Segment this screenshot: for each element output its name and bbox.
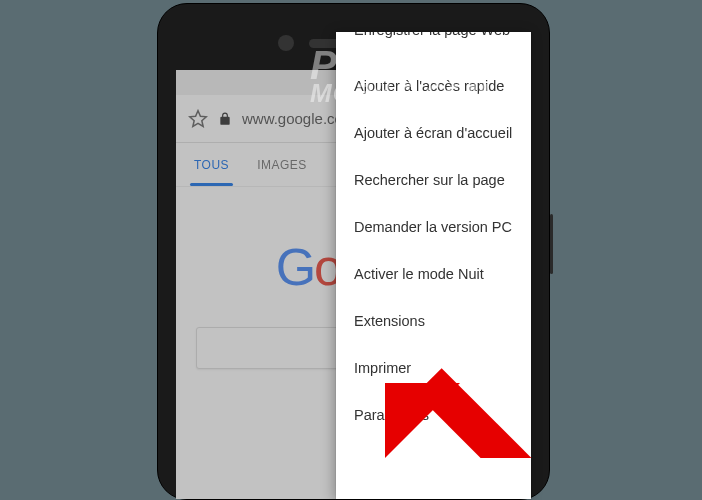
menu-item-settings[interactable]: Paramètres — [336, 391, 531, 438]
menu-item-add-quick-access[interactable]: Ajouter à l'accès rapide — [336, 62, 531, 109]
menu-item-find-in-page[interactable]: Rechercher sur la page — [336, 156, 531, 203]
menu-item-desktop-site[interactable]: Demander la version PC — [336, 203, 531, 250]
tab-images[interactable]: IMAGES — [243, 143, 321, 186]
menu-item-add-homescreen[interactable]: Ajouter à écran d'accueil — [336, 109, 531, 156]
menu-item-night-mode[interactable]: Activer le mode Nuit — [336, 250, 531, 297]
menu-item-print[interactable]: Imprimer — [336, 344, 531, 391]
tab-all[interactable]: TOUS — [180, 143, 243, 186]
lock-icon — [218, 112, 232, 126]
overflow-menu: Enregistrer la page Web Ajouter à l'accè… — [336, 32, 531, 499]
menu-item-save-page[interactable]: Enregistrer la page Web — [336, 32, 531, 62]
phone-side-button — [550, 214, 553, 274]
phone-camera — [278, 35, 294, 51]
phone-frame: 8:00 www.google.com TOUS IMAGES Google E… — [157, 3, 550, 500]
bookmark-star-icon[interactable] — [188, 109, 208, 129]
menu-item-extensions[interactable]: Extensions — [336, 297, 531, 344]
